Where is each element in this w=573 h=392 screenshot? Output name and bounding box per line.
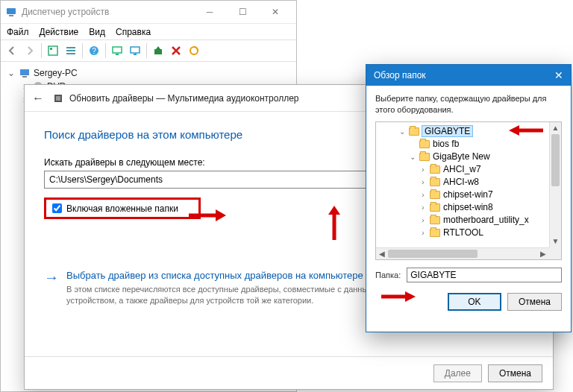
driver-chip-icon <box>53 93 63 104</box>
folder-tree-item[interactable]: bios fb <box>378 138 560 151</box>
folder-tree-item[interactable]: ›motherboard_utility_x <box>378 214 560 227</box>
folder-tree-item[interactable]: ›RTLTOOL <box>378 227 560 239</box>
folder-icon <box>419 140 430 148</box>
chevron-right-icon[interactable]: › <box>419 178 427 186</box>
chevron-down-icon[interactable]: ⌄ <box>7 68 16 78</box>
computer-icon <box>19 67 31 79</box>
scroll-left-icon[interactable]: ◀ <box>376 248 388 259</box>
scroll-thumb[interactable] <box>551 134 560 186</box>
chevron-down-icon[interactable]: ⌄ <box>409 153 416 161</box>
folder-name: bios fb <box>433 139 459 149</box>
toolbar-detail-icon[interactable] <box>45 42 61 59</box>
back-button[interactable]: ← <box>32 92 47 105</box>
update-driver-icon[interactable] <box>150 42 166 59</box>
menu-file[interactable]: Файл <box>7 27 29 37</box>
bff-titlebar[interactable]: Обзор папок ✕ <box>366 65 571 86</box>
tree-root-label: Sergey-PC <box>34 68 78 78</box>
close-icon[interactable]: ✕ <box>554 69 563 81</box>
scan-icon[interactable] <box>186 42 202 59</box>
scroll-down-icon[interactable]: ▼ <box>550 235 561 247</box>
folder-icon <box>430 165 440 174</box>
folder-tree-item[interactable]: ⌄GIGABYTE <box>378 125 560 138</box>
chevron-down-icon[interactable]: ⌄ <box>398 127 406 136</box>
folder-tree[interactable]: ⌄GIGABYTEbios fb⌄GigaByte New›AHCI_w7›AH… <box>375 121 562 260</box>
svg-rect-6 <box>66 53 75 54</box>
folder-icon <box>430 229 440 237</box>
dm-titlebar[interactable]: Диспетчер устройств ─ ☐ ✕ <box>1 1 296 23</box>
folder-tree-item[interactable]: ›AHCI-w8 <box>378 176 560 189</box>
cancel-button[interactable]: Отмена <box>488 364 542 382</box>
chevron-right-icon[interactable]: › <box>419 216 427 224</box>
minimize-button[interactable]: ─ <box>193 1 226 22</box>
next-button[interactable]: Далее <box>433 364 482 382</box>
folder-icon <box>419 153 430 161</box>
scroll-up-icon[interactable]: ▲ <box>550 122 561 134</box>
folder-name: RTLTOOL <box>443 227 483 238</box>
svg-rect-0 <box>7 8 16 14</box>
folder-tree-item[interactable]: ›chipset-win7 <box>378 189 560 201</box>
folder-field[interactable] <box>407 268 562 282</box>
folder-tree-item[interactable]: ⌄GigaByte New <box>378 151 560 163</box>
toolbar-monitor-icon[interactable] <box>109 42 125 59</box>
chevron-right-icon[interactable]: › <box>419 203 427 212</box>
scroll-right-icon[interactable]: ▶ <box>537 248 549 259</box>
svg-rect-10 <box>116 54 119 55</box>
nav-fwd-button[interactable] <box>22 42 38 59</box>
svg-rect-2 <box>48 46 57 55</box>
svg-rect-9 <box>113 47 122 53</box>
chevron-right-icon[interactable]: › <box>419 191 427 199</box>
bff-cancel-button[interactable]: Отмена <box>507 293 562 311</box>
include-subfolders-check[interactable]: Включая вложенные папки <box>44 197 201 219</box>
option-desc: В этом списке перечисляются все доступны… <box>66 284 395 306</box>
svg-rect-15 <box>20 69 29 75</box>
include-subfolders-label: Включая вложенные папки <box>66 203 178 214</box>
folder-tree-item[interactable]: ›chipset-win8 <box>378 201 560 214</box>
folder-icon <box>409 127 419 136</box>
arrow-right-icon: → <box>44 270 59 306</box>
menu-view[interactable]: Вид <box>89 27 105 37</box>
folder-name: AHCI-w8 <box>443 177 479 187</box>
uninstall-icon[interactable] <box>168 42 184 59</box>
svg-rect-3 <box>50 48 52 50</box>
dm-toolbar: ? <box>1 39 296 62</box>
horizontal-scrollbar[interactable]: ◀ ▶ <box>376 247 549 259</box>
dm-menubar: Файл Действие Вид Справка <box>1 23 296 39</box>
chevron-right-icon[interactable]: › <box>419 165 427 174</box>
chevron-right-icon[interactable]: › <box>419 229 427 237</box>
ok-button[interactable]: OK <box>448 293 501 311</box>
help-icon[interactable]: ? <box>86 42 102 59</box>
folder-icon <box>430 191 440 199</box>
menu-help[interactable]: Справка <box>116 27 151 37</box>
folder-name: chipset-win7 <box>443 189 493 200</box>
folder-icon <box>430 178 440 186</box>
svg-rect-21 <box>56 96 60 101</box>
option-title: Выбрать драйвер из списка доступных драй… <box>66 270 395 281</box>
wizard-header-text: Обновить драйверы — Мультимедиа аудиокон… <box>69 93 299 104</box>
toolbar-list-icon[interactable] <box>63 42 79 59</box>
menu-action[interactable]: Действие <box>40 27 79 37</box>
device-manager-icon <box>5 6 17 18</box>
close-button[interactable]: ✕ <box>259 1 292 22</box>
toolbar-monitor2-icon[interactable] <box>127 42 143 59</box>
vertical-scrollbar[interactable]: ▲ ▼ <box>549 122 561 247</box>
folder-name: GIGABYTE <box>422 126 472 136</box>
svg-marker-29 <box>405 291 416 302</box>
svg-rect-5 <box>66 50 75 51</box>
dm-title: Диспетчер устройств <box>22 7 193 17</box>
svg-rect-12 <box>134 54 137 55</box>
browse-folder-dialog: Обзор папок ✕ Выберите папку, содержащую… <box>366 64 572 332</box>
tree-root[interactable]: ⌄ Sergey-PC <box>7 66 290 80</box>
maximize-button[interactable]: ☐ <box>226 1 259 22</box>
folder-name: chipset-win8 <box>443 202 493 212</box>
folder-name: AHCI_w7 <box>443 164 481 174</box>
folder-tree-item[interactable]: ›AHCI_w7 <box>378 163 560 176</box>
folder-name: motherboard_utility_x <box>443 215 529 225</box>
include-subfolders-checkbox[interactable] <box>52 203 62 213</box>
bff-title-text: Обзор папок <box>374 70 426 80</box>
nav-back-button[interactable] <box>4 42 20 59</box>
svg-text:?: ? <box>92 47 96 55</box>
svg-rect-4 <box>66 47 75 48</box>
scroll-thumb[interactable] <box>388 250 478 258</box>
svg-rect-1 <box>9 15 13 16</box>
wizard-footer: Далее Отмена <box>25 356 553 389</box>
